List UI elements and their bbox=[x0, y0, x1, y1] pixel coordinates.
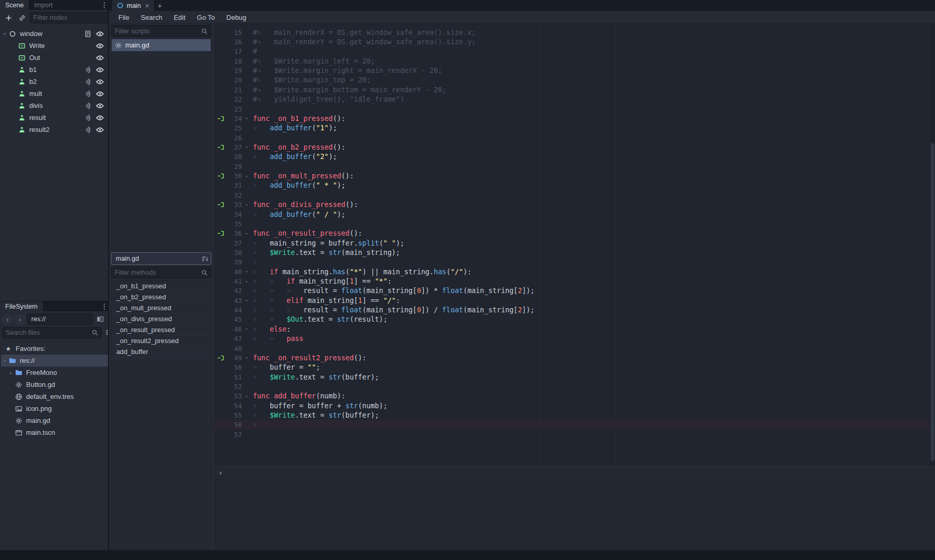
method-item-_on_result2_pressed[interactable]: _on_result2_pressed bbox=[112, 335, 211, 346]
signal-icon[interactable] bbox=[83, 78, 92, 86]
script-icon[interactable] bbox=[83, 30, 92, 38]
code-line-23[interactable]: 23 bbox=[214, 104, 935, 114]
expand-arrow-icon[interactable]: ▾ bbox=[1, 358, 8, 363]
fs-item-FreeMono[interactable]: ▸FreeMono bbox=[1, 367, 108, 379]
code-line-30[interactable]: 30▾func _on_mult_pressed(): bbox=[214, 171, 935, 180]
code-line-26[interactable]: 26 bbox=[214, 133, 935, 142]
code-line-19[interactable]: 19#» $Write.margin_right = main_renderX … bbox=[214, 66, 935, 75]
code-line-20[interactable]: 20#» $Write.margin_top = 20; bbox=[214, 76, 935, 85]
eye-icon[interactable] bbox=[95, 115, 104, 121]
history-back-button[interactable]: ‹ bbox=[2, 314, 13, 325]
fs-item-main.tscn[interactable]: main.tscn bbox=[1, 427, 108, 439]
eye-icon[interactable] bbox=[95, 91, 104, 97]
collapse-scripts-panel-icon[interactable]: ‹ bbox=[220, 469, 222, 477]
code-line-52[interactable]: 52 bbox=[214, 382, 935, 391]
code-line-31[interactable]: 31» add_buffer(" * "); bbox=[214, 181, 935, 190]
code-line-49[interactable]: 49▾func _on_result2_pressed(): bbox=[214, 353, 935, 362]
script-item-main.gd[interactable]: main.gd bbox=[112, 39, 211, 51]
code-line-50[interactable]: 50» buffer = ""; bbox=[214, 363, 935, 372]
expand-arrow-icon[interactable]: ▸ bbox=[7, 370, 15, 375]
slot-icon[interactable] bbox=[217, 173, 224, 179]
sort-methods-icon[interactable] bbox=[201, 255, 209, 262]
current-path-input[interactable] bbox=[27, 313, 93, 325]
eye-icon[interactable] bbox=[95, 67, 104, 73]
fold-arrow-icon[interactable]: ▾ bbox=[242, 269, 251, 274]
fs-item-default_env.tres[interactable]: default_env.tres bbox=[1, 391, 108, 403]
favorites-section[interactable]: ★ Favorites: bbox=[1, 343, 108, 355]
slot-icon[interactable] bbox=[217, 355, 224, 361]
script-tab-main[interactable]: main × bbox=[112, 0, 154, 11]
fold-arrow-icon[interactable]: ▾ bbox=[242, 144, 251, 150]
scene-node-b1[interactable]: b1 bbox=[1, 64, 108, 76]
scene-node-Write[interactable]: Write bbox=[1, 40, 108, 52]
method-item-_on_mult_pressed[interactable]: _on_mult_pressed bbox=[112, 302, 211, 313]
fold-arrow-icon[interactable]: ▾ bbox=[242, 231, 251, 236]
scene-node-divis[interactable]: divis bbox=[1, 100, 108, 112]
signal-icon[interactable] bbox=[83, 90, 92, 98]
method-item-_on_result_pressed[interactable]: _on_result_pressed bbox=[112, 324, 211, 335]
code-line-51[interactable]: 51» $Write.text = str(buffer); bbox=[214, 372, 935, 382]
signal-icon[interactable] bbox=[83, 126, 92, 133]
code-line-57[interactable]: 57 bbox=[214, 430, 935, 439]
signal-icon[interactable] bbox=[83, 66, 92, 74]
fs-item-main.gd[interactable]: main.gd bbox=[1, 415, 108, 427]
eye-icon[interactable] bbox=[95, 31, 104, 37]
code-line-24[interactable]: 24▾func _on_b1_pressed(): bbox=[214, 114, 935, 123]
code-line-44[interactable]: 44» » » result = float(main_string[0]) /… bbox=[214, 305, 935, 314]
code-line-15[interactable]: 15#» main_renderX = OS.get_window_safe_a… bbox=[214, 28, 935, 37]
fold-arrow-icon[interactable]: ▾ bbox=[242, 174, 251, 179]
menu-go-to[interactable]: Go To bbox=[192, 13, 220, 22]
method-item-_on_b2_pressed[interactable]: _on_b2_pressed bbox=[112, 291, 211, 302]
method-item-_on_divis_pressed[interactable]: _on_divis_pressed bbox=[112, 313, 211, 324]
code-line-48[interactable]: 48 bbox=[214, 344, 935, 353]
code-line-45[interactable]: 45» » $Out.text = str(result); bbox=[214, 315, 935, 324]
eye-icon[interactable] bbox=[95, 103, 104, 109]
code-line-33[interactable]: 33▾func _on_divis_pressed(): bbox=[214, 200, 935, 209]
scene-node-Out[interactable]: Out bbox=[1, 52, 108, 64]
add-node-button[interactable] bbox=[3, 12, 14, 23]
code-line-47[interactable]: 47» » pass bbox=[214, 334, 935, 344]
code-line-27[interactable]: 27▾func _on_b2_pressed(): bbox=[214, 142, 935, 152]
vertical-scrollbar[interactable] bbox=[930, 24, 935, 466]
code-line-17[interactable]: 17# bbox=[214, 47, 935, 56]
code-line-16[interactable]: 16#» main_renderY = OS.get_window_safe_a… bbox=[214, 37, 935, 46]
code-line-40[interactable]: 40▾» if main_string.has("*") || main_str… bbox=[214, 267, 935, 276]
code-line-53[interactable]: 53▾func add_buffer(numb): bbox=[214, 392, 935, 401]
signal-icon[interactable] bbox=[83, 102, 92, 109]
code-line-38[interactable]: 38» $Write.text = str(main_string); bbox=[214, 248, 935, 257]
code-line-29[interactable]: 29 bbox=[214, 162, 935, 171]
code-line-43[interactable]: 43▾» » elif main_string[1] == "/": bbox=[214, 296, 935, 305]
tab-filesystem[interactable]: FileSystem bbox=[0, 301, 43, 311]
close-tab-icon[interactable]: × bbox=[145, 2, 149, 10]
instance-scene-button[interactable] bbox=[16, 12, 28, 23]
filter-scripts-input[interactable] bbox=[115, 28, 199, 35]
menu-debug[interactable]: Debug bbox=[221, 13, 251, 22]
fold-arrow-icon[interactable]: ▾ bbox=[242, 326, 251, 332]
scene-node-result[interactable]: result bbox=[1, 112, 108, 124]
code-line-28[interactable]: 28» add_buffer("2"); bbox=[214, 152, 935, 162]
tab-import[interactable]: Import bbox=[29, 0, 57, 10]
eye-icon[interactable] bbox=[95, 127, 104, 133]
fold-arrow-icon[interactable]: ▾ bbox=[242, 202, 251, 208]
fs-item-icon.png[interactable]: icon.png bbox=[1, 403, 108, 415]
history-forward-button[interactable]: › bbox=[15, 314, 26, 325]
method-item-add_buffer[interactable]: add_buffer bbox=[112, 346, 211, 357]
scrollbar-thumb[interactable] bbox=[931, 143, 934, 461]
scene-node-window[interactable]: ▾window bbox=[1, 28, 108, 40]
code-editor[interactable]: 15#» main_renderX = OS.get_window_safe_a… bbox=[214, 24, 935, 466]
code-line-42[interactable]: 42» » » result = float(main_string[0]) *… bbox=[214, 286, 935, 296]
menu-search[interactable]: Search bbox=[136, 13, 167, 22]
code-line-37[interactable]: 37» main_string = buffer.split(" "); bbox=[214, 238, 935, 248]
slot-icon[interactable] bbox=[217, 202, 224, 208]
dock-options-icon[interactable] bbox=[103, 303, 105, 310]
eye-icon[interactable] bbox=[95, 79, 104, 85]
new-tab-icon[interactable]: + bbox=[154, 0, 165, 11]
tab-scene[interactable]: Scene bbox=[0, 0, 29, 10]
code-line-35[interactable]: 35 bbox=[214, 219, 935, 228]
fold-arrow-icon[interactable]: ▾ bbox=[242, 116, 251, 121]
code-line-41[interactable]: 41▾» » if main_string[1] == "*": bbox=[214, 276, 935, 286]
slot-icon[interactable] bbox=[217, 116, 224, 121]
method-item-_on_b1_pressed[interactable]: _on_b1_pressed bbox=[112, 281, 211, 291]
code-line-25[interactable]: 25» add_buffer("1"); bbox=[214, 124, 935, 133]
fold-arrow-icon[interactable]: ▾ bbox=[242, 394, 251, 399]
